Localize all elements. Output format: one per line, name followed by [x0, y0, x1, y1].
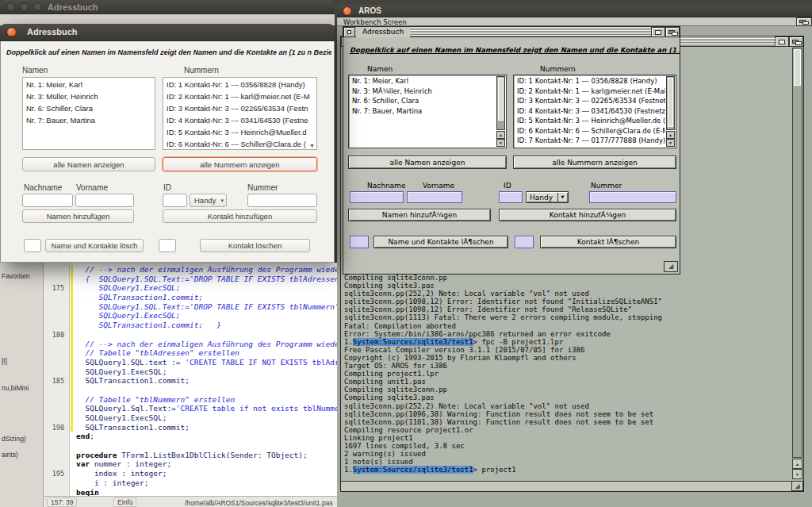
list-item[interactable]: ID: 2 Kontakt-Nr: 1 --- karl@meier.net (… — [163, 90, 311, 102]
number-input[interactable] — [589, 191, 676, 203]
resize-gadget[interactable]: ◢ — [664, 261, 678, 272]
list-item[interactable]: ID: 6 Kontakt-Nr: 6 --- Schiller@Clara.d… — [163, 138, 311, 149]
aros-numbers-list[interactable]: ID: 1 Kontakt-Nr: 1 --- 0356/8828 (Handy… — [513, 75, 676, 148]
scroll-up-icon[interactable]: ▲ — [496, 131, 505, 139]
delete-name-input[interactable] — [350, 236, 369, 248]
shell-line: 1 note(s) issued — [344, 458, 789, 466]
delete-contact-button[interactable]: Kontakt löschen — [200, 239, 310, 252]
modified-marker — [71, 386, 73, 395]
minimize-icon[interactable] — [20, 2, 29, 11]
depth-gadget[interactable] — [789, 36, 803, 47]
panel-fragment: Favoriten — [2, 272, 29, 280]
gtk-numbers-list[interactable]: ID: 1 Kontakt-Nr: 1 --- 0356/8828 (Handy… — [163, 77, 317, 150]
close-icon[interactable] — [6, 2, 15, 11]
screen-depth-gadget[interactable] — [796, 17, 812, 26]
scrollbar[interactable] — [496, 76, 505, 130]
list-item[interactable]: ID: 1 Kontakt-Nr: 1 --- 0356/8828 (Handy… — [163, 79, 311, 90]
shell-line: Free Pascal Compiler version 3.1.1 [2015… — [344, 346, 789, 354]
list-item[interactable]: ID: 4 Kontakt-Nr: 3 --- 0341/64530 (Fest… — [515, 106, 665, 117]
add-name-button[interactable]: Namen hinzufÃ¼gen — [348, 209, 491, 221]
shell-line: Target OS: AROS for i386 — [344, 362, 789, 370]
list-item[interactable]: ID: 7 Kontakt-Nr: 7 --- 0177/777888 (Han… — [515, 136, 665, 146]
firstname-input[interactable] — [75, 194, 134, 207]
list-item[interactable]: Nr. 7: Bauer, Martina — [350, 106, 496, 117]
list-item[interactable]: ID: 5 Kontakt-Nr: 3 --- Heinrich@Mueller… — [163, 126, 311, 138]
close-icon[interactable]: ✕ — [343, 6, 352, 16]
delete-name-button[interactable]: Name und Kontakte lÃ¶schen — [373, 236, 508, 248]
add-contact-button[interactable]: Kontakt hinzufÃ¼gen — [499, 209, 676, 221]
scroll-down-icon[interactable]: ▼ — [666, 139, 675, 147]
close-gadget[interactable] — [343, 27, 355, 37]
id-input[interactable] — [163, 194, 187, 207]
contact-type-dropdown[interactable]: Handy ▾ — [190, 194, 227, 207]
scroll-up-icon[interactable]: ▲ — [792, 459, 802, 469]
screen-title: Workbench Screen — [343, 18, 407, 26]
close-icon[interactable]: ✕ — [6, 27, 17, 37]
list-item[interactable]: Nr. 1: Meier, Karl — [23, 79, 155, 90]
delete-contact-input[interactable] — [515, 236, 534, 248]
list-item[interactable]: ID: 4 Kontakt-Nr: 3 --- 0341/64530 (Fest… — [163, 114, 311, 126]
aros-names-list[interactable]: Nr. 1: Meier, KarlNr. 3: MÃ¼ller, Heinri… — [348, 75, 507, 148]
lastname-input[interactable] — [350, 191, 404, 203]
scroll-down-icon[interactable]: ▼ — [309, 143, 315, 148]
depth-gadget[interactable] — [665, 27, 680, 37]
shell-line: 2 warning(s) issued — [344, 450, 789, 458]
delete-name-button[interactable]: Name und Kontakte lösch — [45, 239, 144, 252]
add-name-button[interactable]: Namen hinzufügen — [22, 209, 134, 223]
list-item[interactable]: Nr. 6: Schiller, Clara — [23, 102, 155, 114]
background-window-titlebar[interactable]: Adressbuch — [0, 0, 335, 14]
list-item[interactable]: ID: 5 Kontakt-Nr: 3 --- Heinrich@Mueller… — [515, 116, 665, 126]
resize-gadget[interactable]: ◢ — [791, 481, 803, 491]
scroll-down-icon[interactable]: ▼ — [496, 139, 505, 147]
scrollbar[interactable] — [666, 76, 675, 130]
show-all-numbers-button[interactable]: alle Nummern anzeigen — [163, 157, 317, 171]
panel-fragment: nu,biMini — [2, 384, 29, 392]
workbench-screen-titlebar[interactable]: Workbench Screen — [337, 17, 812, 26]
chevron-down-icon: ▾ — [220, 198, 224, 204]
list-item[interactable]: ID: 2 Kontakt-Nr: 1 --- karl@meier.net (… — [515, 86, 665, 97]
window-titlebar[interactable]: Adressbuch — [343, 27, 680, 37]
shell-scrollbar[interactable] — [792, 48, 802, 458]
modified-marker — [71, 478, 73, 488]
modified-marker — [71, 302, 73, 312]
list-item[interactable]: ID: 3 Kontakt-Nr: 3 --- 02265/63534 (Fes… — [163, 102, 311, 114]
lastname-input[interactable] — [22, 194, 73, 207]
aros-host-titlebar[interactable]: ✕ AROS — [337, 5, 812, 17]
list-item[interactable]: Nr. 1: Meier, Karl — [350, 76, 496, 86]
zoom-gadget[interactable] — [651, 27, 665, 37]
shell-line: sqlite3conn.pp(1098,12) Error: Identifie… — [344, 305, 789, 313]
delete-name-input[interactable] — [24, 239, 41, 252]
maximize-icon[interactable] — [33, 2, 42, 11]
list-item[interactable]: Nr. 3: MÃ¼ller, Heinrich — [350, 86, 496, 97]
contact-type-dropdown[interactable]: Handy ▼ — [526, 191, 569, 203]
firstname-input[interactable] — [407, 191, 462, 203]
shell-line: Compiling sqlite3conn.pp — [344, 274, 789, 282]
modified-marker — [71, 413, 73, 423]
list-item[interactable]: Nr. 6: Schiller, Clara — [350, 96, 496, 106]
add-contact-button[interactable]: Kontakt hinzufügen — [163, 209, 317, 223]
scroll-up-icon[interactable]: ▲ — [666, 131, 675, 139]
list-item[interactable]: ID: 6 Kontakt-Nr: 6 --- Schiller@Clara.d… — [515, 126, 665, 136]
show-all-names-button[interactable]: alle Namen anzeigen — [348, 156, 507, 169]
list-item[interactable]: Nr. 3: Müller, Heinrich — [23, 90, 155, 102]
zoom-gadget[interactable] — [775, 36, 789, 47]
gtk-names-list[interactable]: Nr. 1: Meier, KarlNr. 3: Müller, Heinric… — [22, 77, 155, 150]
modified-marker — [71, 395, 73, 405]
shell-line: Compiling resource project1.or — [344, 426, 789, 434]
modified-marker — [71, 265, 73, 275]
window-title: AROS — [358, 6, 381, 15]
delete-contact-input[interactable] — [159, 239, 176, 252]
list-item[interactable]: ID: 3 Kontakt-Nr: 3 --- 02265/63534 (Fes… — [515, 96, 665, 106]
show-all-names-button[interactable]: alle Namen anzeigen — [22, 157, 155, 171]
number-input[interactable] — [247, 194, 317, 207]
list-item[interactable]: ID: 1 Kontakt-Nr: 1 --- 0356/8828 (Handy… — [515, 76, 665, 86]
id-input[interactable] — [499, 191, 523, 203]
delete-contact-button[interactable]: Kontakt lÃ¶schen — [540, 236, 676, 248]
list-item[interactable]: Nr. 7: Bauer, Martina — [23, 114, 155, 126]
shell-line: sqlite3conn.pp(1096,38) Warning: Functio… — [344, 410, 789, 418]
shell-line: Compiling sqlite3.pas — [344, 394, 789, 401]
window-titlebar[interactable]: ✕ Adressbuch — [0, 24, 335, 41]
show-all-numbers-button[interactable]: alle Nummern anzeigen — [513, 156, 676, 169]
scroll-down-icon[interactable]: ▼ — [792, 469, 802, 479]
panel-fragment: aints) — [2, 451, 18, 459]
